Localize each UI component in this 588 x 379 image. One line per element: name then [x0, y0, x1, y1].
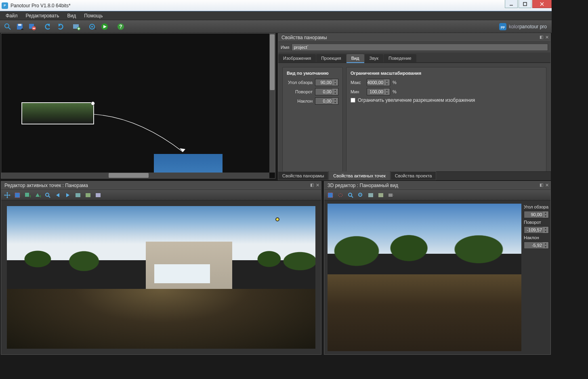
hotspot-marker[interactable] — [275, 217, 279, 221]
tab-projection[interactable]: Проекция — [316, 54, 346, 62]
limit-by-resolution-checkbox[interactable] — [351, 98, 355, 103]
tool-zoom-icon[interactable] — [43, 191, 52, 199]
redo-button[interactable] — [55, 21, 65, 32]
zoom-max-spinner[interactable]: ▲▼ — [367, 79, 390, 86]
editor3d-toolbar — [324, 190, 550, 200]
tilt-spinner[interactable]: ▲▼ — [315, 97, 338, 105]
delete-button[interactable] — [27, 21, 37, 32]
tool-select-icon[interactable] — [13, 191, 22, 199]
add-image-button[interactable] — [71, 21, 82, 32]
view3d-parameters: Угол обзора ▲▼ Поворот ▲▼ Наклон ▲▼ — [524, 204, 550, 249]
svg-rect-7 — [18, 24, 21, 26]
open-button[interactable] — [2, 21, 13, 32]
editor3d-pin-icon[interactable]: ◧ — [540, 183, 543, 187]
tab-view[interactable]: Вид — [346, 54, 364, 63]
svg-rect-49 — [378, 193, 383, 197]
svg-marker-26 — [6, 192, 8, 193]
panorama-flat-view[interactable] — [7, 206, 315, 349]
btab-panorama-props[interactable]: Свойства панорамы — [278, 171, 328, 180]
tool3d-select-icon[interactable] — [326, 191, 335, 199]
menu-view[interactable]: Вид — [63, 12, 80, 20]
panorama-3d-view[interactable] — [328, 204, 521, 351]
svg-line-5 — [8, 27, 10, 29]
brand-product: panotour pro — [519, 24, 547, 29]
v3-pan-label: Поворот — [524, 219, 550, 225]
svg-marker-37 — [56, 193, 59, 197]
window-title: Panotour Pro V1.8.0 64bits* — [10, 3, 71, 8]
tab-images[interactable]: Изображения — [278, 54, 316, 62]
hotspot-editor-panel: Редактор активных точек : Панорама ◧ ✕ +… — [1, 181, 321, 355]
menu-file[interactable]: Файл — [2, 12, 22, 20]
undo-button[interactable] — [43, 21, 53, 32]
btab-hotspot-props[interactable]: Свойства активных точек — [329, 171, 390, 180]
minimize-button[interactable] — [505, 0, 518, 8]
svg-rect-31 — [25, 193, 29, 197]
zoom-limits-heading: Ограничения масштабирования — [351, 71, 542, 76]
hotspot-toolbar: + + — [1, 190, 321, 200]
tab-behavior[interactable]: Поведение — [384, 54, 416, 62]
tool3d-zoom-icon[interactable] — [346, 191, 355, 199]
name-label: Имя — [281, 45, 289, 50]
panel-pin-icon[interactable]: ◧ — [540, 35, 543, 39]
tool3d-img1-icon[interactable] — [366, 191, 375, 199]
svg-rect-1 — [523, 2, 527, 6]
main-toolbar: ? pp kolor panotour pro — [0, 20, 552, 33]
save-button[interactable] — [15, 21, 25, 32]
tool-add-polygon-icon[interactable]: + — [33, 191, 42, 199]
hotspot-close-icon[interactable]: ✕ — [315, 183, 320, 188]
panel-close-icon[interactable]: ✕ — [544, 35, 549, 40]
tool3d-fit-icon[interactable] — [356, 191, 365, 199]
fov-spinner[interactable]: ▲▼ — [315, 79, 338, 86]
node-link-handle[interactable] — [91, 101, 95, 105]
tool-prev-icon[interactable] — [53, 191, 62, 199]
tool-move-icon[interactable] — [3, 191, 12, 199]
brand-kolor: kolor — [509, 24, 519, 29]
v3-fov-spinner[interactable]: ▲▼ — [524, 211, 549, 218]
svg-rect-48 — [368, 193, 373, 197]
tool3d-lasso-icon[interactable] — [336, 191, 345, 199]
zoom-limits-group: Ограничения масштабирования Макс ▲▼ % Ми… — [346, 67, 546, 174]
settings-button[interactable] — [87, 21, 98, 32]
hotspot-pin-icon[interactable]: ◧ — [310, 183, 314, 187]
menu-help[interactable]: Помощь — [80, 12, 107, 20]
panorama-name-input[interactable] — [292, 44, 548, 51]
tool-image2-icon[interactable] — [84, 191, 92, 199]
tool-add-point-icon[interactable]: + — [23, 191, 32, 199]
help-button[interactable]: ? — [116, 21, 126, 32]
tool-image3-icon[interactable] — [94, 191, 103, 199]
pan-spinner[interactable]: ▲▼ — [315, 88, 338, 95]
editor-3d-panel: 3D редактор : Панорамный вид ◧ ✕ Угол об… — [324, 181, 551, 355]
build-button[interactable] — [99, 21, 110, 32]
close-button[interactable] — [532, 0, 552, 8]
tool3d-img2-icon[interactable] — [376, 191, 385, 199]
maximize-button[interactable] — [519, 0, 531, 8]
tool-image1-icon[interactable] — [74, 191, 82, 199]
svg-marker-28 — [4, 194, 5, 196]
svg-line-36 — [48, 196, 50, 198]
brand-logo-icon: pp — [499, 23, 506, 30]
tour-graph-editor[interactable] — [1, 33, 275, 179]
app-icon: P — [2, 2, 8, 9]
property-tabs: Изображения Проекция Вид Звук Поведение — [278, 53, 550, 63]
tilt-label: Наклон — [287, 99, 313, 103]
tool3d-projection-icon[interactable] — [386, 191, 395, 199]
panorama-node[interactable] — [21, 102, 94, 124]
graph-scrollbar-horizontal[interactable] — [1, 173, 269, 178]
svg-marker-29 — [9, 194, 10, 196]
tab-sound[interactable]: Звук — [365, 54, 384, 62]
svg-marker-20 — [95, 28, 97, 29]
menu-edit[interactable]: Редактировать — [22, 12, 63, 20]
default-view-heading: Вид по умолчанию — [287, 71, 338, 76]
svg-point-43 — [338, 194, 342, 197]
panorama-node-target[interactable] — [154, 154, 223, 173]
svg-rect-30 — [15, 193, 20, 198]
tool-next-icon[interactable] — [63, 191, 72, 199]
svg-point-19 — [91, 26, 93, 27]
v3-tilt-spinner[interactable]: ▲▼ — [524, 242, 549, 249]
editor3d-close-icon[interactable]: ✕ — [544, 183, 549, 188]
zoom-min-spinner[interactable]: ▲▼ — [367, 88, 390, 95]
svg-marker-25 — [180, 148, 185, 152]
graph-scrollbar-vertical[interactable] — [269, 34, 275, 173]
btab-project-props[interactable]: Свойства проекта — [391, 171, 437, 180]
v3-pan-spinner[interactable]: ▲▼ — [524, 226, 549, 234]
